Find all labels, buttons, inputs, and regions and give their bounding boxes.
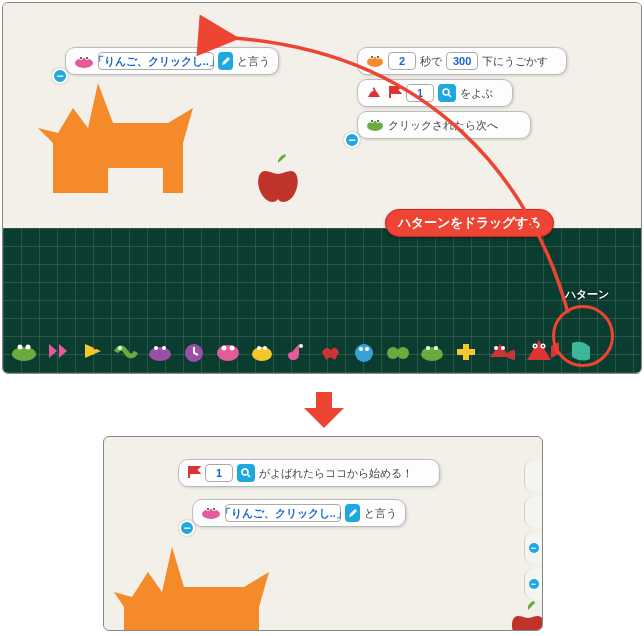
seconds-field[interactable]: 2	[388, 52, 416, 70]
tool-2[interactable]	[43, 336, 73, 366]
sec-label: 秒で	[420, 54, 442, 69]
svg-point-23	[118, 346, 122, 350]
block-move[interactable]: 2 秒で 300 下にうごかす	[357, 47, 567, 75]
block-say[interactable]: − 「りんご、クリックし..」 と言う	[192, 499, 406, 527]
svg-point-29	[222, 346, 227, 351]
block-say[interactable]: − 「りんご、クリックし..」 と言う	[65, 47, 279, 75]
creature-red-icon	[366, 85, 384, 101]
tool-4[interactable]	[111, 336, 141, 366]
apple-sprite[interactable]	[508, 600, 543, 631]
svg-point-25	[154, 346, 158, 350]
editor-bottom-panel: 1 がよばれたらココから始める！ − 「りんご、クリックし..」 と言う − −	[103, 436, 543, 631]
scroll-stub[interactable]	[524, 497, 542, 527]
pencil-icon[interactable]	[345, 504, 360, 522]
direction-label: 下にうごかす	[482, 54, 548, 69]
highlight-ring	[552, 305, 614, 367]
svg-point-41	[426, 346, 430, 350]
remove-icon[interactable]: −	[179, 520, 195, 536]
scroll-stub[interactable]: −	[524, 533, 542, 563]
tool-7[interactable]	[213, 336, 243, 366]
tool-6[interactable]	[179, 336, 209, 366]
svg-point-31	[252, 347, 272, 361]
distance-field[interactable]: 300	[446, 52, 478, 70]
start-suffix: がよばれたらココから始める！	[259, 466, 413, 481]
say-suffix: と言う	[364, 506, 397, 521]
tool-9[interactable]	[281, 336, 311, 366]
down-arrow-icon	[302, 390, 346, 430]
svg-point-14	[367, 121, 383, 131]
drag-callout: ハターンをドラッグする	[385, 209, 554, 237]
flag-red-icon	[388, 85, 402, 101]
block-click[interactable]: − クリックされたら次へ	[357, 111, 531, 139]
svg-point-45	[507, 350, 515, 360]
svg-point-39	[397, 347, 409, 359]
editor-top-panel: − 「りんご、クリックし..」 と言う 2 秒で 300 下にうごかす 1 をよ…	[2, 2, 642, 374]
block-start[interactable]: 1 がよばれたらココから始める！	[178, 459, 440, 487]
creature-pink-icon	[74, 54, 94, 68]
svg-line-51	[247, 474, 250, 477]
svg-point-43	[494, 346, 498, 350]
call-count-field[interactable]: 1	[406, 84, 434, 102]
say-suffix: と言う	[237, 54, 270, 69]
svg-point-26	[162, 346, 166, 350]
call-suffix: をよぶ	[460, 86, 493, 101]
svg-point-37	[365, 347, 369, 351]
dog-sprite[interactable]	[114, 547, 294, 631]
tool-8[interactable]	[247, 336, 277, 366]
tool-3[interactable]	[77, 336, 107, 366]
tool-10[interactable]	[315, 336, 345, 366]
svg-point-30	[230, 346, 235, 351]
svg-point-28	[217, 345, 239, 361]
remove-icon[interactable]: −	[344, 132, 360, 148]
svg-point-33	[263, 346, 267, 350]
svg-point-36	[359, 347, 363, 351]
svg-point-40	[421, 347, 443, 361]
pencil-icon[interactable]	[218, 52, 233, 70]
svg-point-32	[257, 346, 261, 350]
svg-point-22	[94, 347, 97, 350]
creature-orange-icon	[366, 53, 384, 69]
click-text: クリックされたら次へ	[388, 118, 498, 133]
svg-point-56	[213, 508, 215, 510]
svg-point-24	[149, 347, 171, 361]
scroll-stub[interactable]: −	[524, 569, 542, 599]
svg-point-18	[377, 120, 379, 122]
say-text-field[interactable]: 「りんご、クリックし..」	[225, 504, 341, 522]
svg-point-34	[299, 344, 303, 348]
svg-point-10	[371, 89, 374, 92]
apple-sprite[interactable]	[253, 151, 303, 206]
tool-15[interactable]	[485, 336, 515, 366]
tool-13[interactable]	[417, 336, 447, 366]
tool-1[interactable]	[9, 336, 39, 366]
svg-point-17	[371, 120, 373, 122]
svg-point-52	[202, 509, 220, 519]
scroll-stub[interactable]	[524, 461, 542, 491]
magnifier-icon[interactable]	[438, 84, 456, 102]
creature-pink-icon	[201, 505, 221, 521]
tool-14[interactable]	[451, 336, 481, 366]
svg-point-3	[80, 57, 82, 59]
creature-green-icon	[366, 117, 384, 133]
svg-line-13	[448, 94, 451, 97]
svg-point-35	[355, 344, 373, 362]
svg-point-19	[12, 347, 36, 361]
svg-point-4	[86, 57, 88, 59]
svg-point-8	[371, 56, 373, 58]
flag-red-icon	[187, 465, 201, 481]
tool-11[interactable]	[349, 336, 379, 366]
tool-5[interactable]	[145, 336, 175, 366]
magnifier-icon[interactable]	[237, 464, 255, 482]
svg-point-48	[534, 345, 536, 347]
tool-12[interactable]	[383, 336, 413, 366]
svg-point-11	[376, 89, 379, 92]
svg-point-44	[501, 346, 505, 350]
svg-point-49	[542, 345, 544, 347]
svg-point-21	[26, 345, 31, 350]
creature-toolbar	[3, 328, 641, 374]
dog-sprite[interactable]	[33, 73, 223, 223]
block-call[interactable]: 1 をよぶ	[357, 79, 513, 107]
say-text-field[interactable]: 「りんご、クリックし..」	[98, 52, 214, 70]
start-count-field[interactable]: 1	[205, 464, 233, 482]
svg-point-0	[75, 58, 93, 68]
svg-point-55	[207, 508, 209, 510]
